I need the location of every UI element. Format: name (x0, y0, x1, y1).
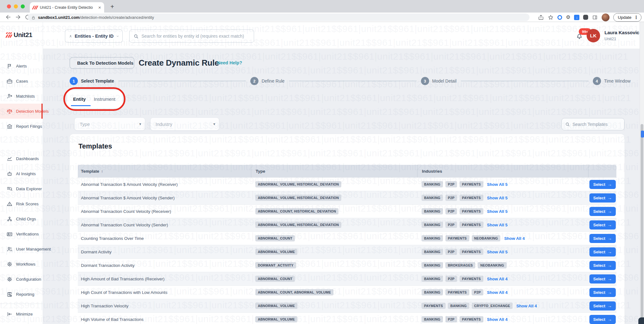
sidebar-item-report-filings[interactable]: Report Filings (0, 119, 43, 134)
back-to-detection-models-button[interactable]: Back To Detection Models (70, 57, 134, 69)
sidebar-item-configuration[interactable]: Configuration (0, 272, 43, 287)
wizard-step-3[interactable]: 3 Model Detail (421, 77, 457, 85)
user-name: Laura Kassovic (604, 30, 639, 35)
type-tag: ABNORMAL_COUNT, HISTORICAL_DEVIATION (255, 208, 338, 214)
select-button[interactable]: Select → (589, 220, 616, 230)
tab-instrument[interactable]: Instrument (94, 97, 115, 102)
select-button[interactable]: Select → (589, 315, 616, 324)
chat-bubble-corner[interactable] (638, 317, 644, 324)
column-header-template[interactable]: Template ↑ (78, 165, 251, 177)
select-button[interactable]: Select → (589, 288, 616, 297)
show-all-link[interactable]: Show All 4 (487, 290, 508, 295)
sidebar-nav: Alerts Cases Matchlists Detection Models… (0, 58, 43, 302)
show-all-link[interactable]: Show All 5 (487, 182, 508, 187)
side-panel-icon[interactable] (592, 14, 598, 20)
traffic-light-minimize[interactable] (14, 4, 18, 8)
select-button[interactable]: Select → (589, 180, 616, 189)
sidebar-item-ai-insights[interactable]: AI Insights (0, 166, 43, 181)
select-button[interactable]: Select → (589, 261, 616, 270)
industry-tag: BANKING (422, 208, 443, 214)
unit21-logo-icon (6, 32, 12, 38)
entity-scope-selector[interactable]: Entities - Entity ID (65, 30, 123, 43)
need-help-link[interactable]: Need Help? (217, 60, 242, 65)
extension-download-icon[interactable]: ↓ (574, 15, 579, 20)
sidebar-item-detection-models[interactable]: Detection Models (0, 104, 43, 119)
browser-menu-icon[interactable]: ⋮ (634, 15, 638, 20)
tab-close-icon[interactable]: × (98, 5, 101, 10)
person-icon (69, 34, 72, 39)
sidebar-item-child-orgs[interactable]: Child Orgs (0, 211, 43, 226)
wizard-step-4[interactable]: 4 Time Window (593, 77, 631, 85)
sidebar-item-dashboards[interactable]: Dashboards (0, 151, 43, 166)
extension-gear-icon[interactable]: ⚙ (566, 15, 570, 20)
select-button[interactable]: Select → (589, 193, 616, 202)
browser-update-button[interactable]: Update ⋮ (613, 13, 641, 22)
sidebar-item-minimize[interactable]: Minimize (0, 306, 43, 321)
list-search-icon (7, 186, 13, 192)
show-all-link[interactable]: Show All 5 (487, 209, 508, 214)
search-templates-input[interactable] (572, 122, 616, 127)
show-all-link[interactable]: Show All 4 (487, 277, 508, 281)
industry-filter-select[interactable]: Industry ▾ (150, 117, 219, 131)
sidebar-item-cases[interactable]: Cases (0, 73, 43, 89)
sidebar-item-alerts[interactable]: Alerts (0, 58, 43, 73)
industry-tag: BANKING (422, 235, 443, 241)
column-header-type[interactable]: Type (251, 165, 417, 177)
url-bar[interactable]: sandbox1.unit21.com/detection-models/cre… (28, 14, 530, 21)
browser-tab[interactable]: Unit21 - Create Entity Detectio × (30, 2, 104, 13)
sidebar-item-verifications[interactable]: Verifications (0, 226, 43, 241)
select-button[interactable]: Select → (589, 274, 616, 284)
show-all-link[interactable]: Show All 5 (487, 223, 508, 227)
step-connector (289, 81, 416, 81)
type-filter-select[interactable]: Type ▾ (74, 117, 145, 131)
show-all-link[interactable]: Show All 4 (516, 304, 537, 308)
templates-heading: Templates (78, 142, 616, 150)
extension-ring-icon[interactable] (557, 15, 562, 20)
wizard-step-2[interactable]: 2 Define Rule (250, 77, 285, 85)
industries-cell: BANKINGPAYMENTSNEOBANKINGShow All 4 (417, 235, 588, 241)
global-search-input[interactable] (141, 34, 250, 39)
select-button[interactable]: Select → (589, 207, 616, 216)
select-button[interactable]: Select → (589, 301, 616, 310)
scrollbar-thumb[interactable] (641, 124, 643, 324)
traffic-light-close[interactable] (7, 4, 11, 8)
sidebar-item-risk-scores[interactable]: Risk Scores (0, 196, 43, 211)
industry-tag: P2P (445, 249, 457, 255)
scales-icon (7, 108, 13, 114)
sidebar-item-workflows[interactable]: Workflows (0, 256, 43, 272)
industry-tag: BANKING (422, 195, 443, 201)
page-scrollbar[interactable] (640, 22, 644, 324)
wizard-step-1[interactable]: 1 Select Template (70, 77, 114, 85)
show-all-link[interactable]: Show All 5 (487, 196, 508, 200)
industry-tag: BANKING (448, 303, 469, 309)
select-button[interactable]: Select → (589, 247, 616, 256)
search-templates[interactable] (562, 118, 625, 130)
column-header-industries[interactable]: Industries (417, 165, 588, 177)
tab-entity[interactable]: Entity (73, 97, 86, 102)
show-all-link[interactable]: Show All 4 (504, 236, 524, 241)
url-domain: sandbox1.unit21.com (38, 15, 80, 20)
bookmark-star-icon[interactable] (548, 14, 554, 20)
page-title: Create Dynamic Rule (139, 57, 219, 69)
sidebar-item-user-management[interactable]: User Management (0, 241, 43, 256)
extension-adblock-icon[interactable] (583, 15, 588, 20)
share-icon[interactable] (538, 14, 544, 20)
traffic-light-zoom[interactable] (21, 4, 25, 8)
back-icon[interactable] (5, 14, 12, 20)
industry-tag: NEOBANKING (472, 235, 501, 241)
show-all-link[interactable]: Show All 5 (487, 250, 508, 254)
forward-icon[interactable] (15, 14, 21, 20)
industry-tag: CRYPTO_EXCHANGE (472, 303, 513, 309)
user-avatar[interactable]: LK (587, 29, 600, 42)
browser-profile-avatar[interactable] (602, 14, 609, 21)
select-button[interactable]: Select → (589, 234, 616, 243)
sidebar-item-data-explorer[interactable]: Data Explorer (0, 181, 43, 196)
show-all-link[interactable]: Show All 4 (487, 317, 508, 322)
global-search[interactable] (129, 30, 254, 43)
step-label: Select Template (81, 78, 114, 84)
industries-cell: BANKINGP2PPAYMENTSShow All 5 (417, 208, 588, 214)
sidebar-item-reporting[interactable]: Reporting (0, 287, 43, 302)
new-tab-button[interactable]: + (110, 3, 114, 10)
sidebar-item-matchlists[interactable]: Matchlists (0, 89, 43, 104)
industry-tag: PAYMENTS (460, 249, 483, 255)
